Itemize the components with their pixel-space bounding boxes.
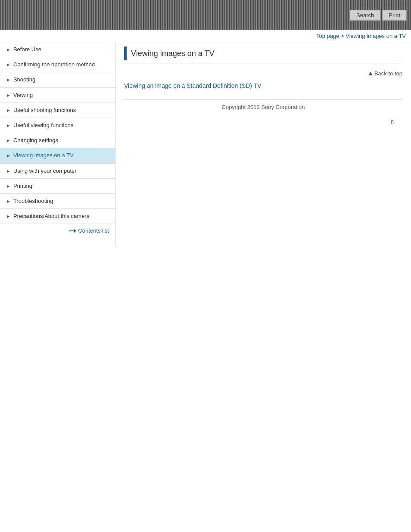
sidebar-item-troubleshooting[interactable]: ► Troubleshooting <box>0 194 115 209</box>
breadcrumb-current-link[interactable]: Viewing images on a TV <box>346 33 406 39</box>
header-buttons: Search Print <box>350 10 407 21</box>
main-layout: ► Before Use ► Confirming the operation … <box>0 42 411 246</box>
sidebar-item-label: Confirming the operation method <box>13 61 95 68</box>
search-button[interactable]: Search <box>350 10 380 21</box>
sidebar-item-confirming-operation[interactable]: ► Confirming the operation method <box>0 57 115 72</box>
sidebar: ► Before Use ► Confirming the operation … <box>0 42 115 246</box>
arrow-icon: ► <box>6 77 11 83</box>
arrow-icon: ► <box>6 168 11 174</box>
sidebar-item-precautions[interactable]: ► Precautions/About this camera <box>0 209 115 224</box>
triangle-up-icon <box>368 72 373 75</box>
sidebar-item-label: Using with your computer <box>13 167 77 175</box>
sidebar-item-viewing[interactable]: ► Viewing <box>0 88 115 103</box>
sidebar-item-using-computer[interactable]: ► Using with your computer <box>0 164 115 179</box>
sidebar-item-label: Troubleshooting <box>13 197 53 205</box>
sidebar-item-label: Viewing <box>13 91 33 99</box>
arrow-icon: ► <box>6 122 11 129</box>
back-to-top-link[interactable]: Back to top <box>368 70 402 77</box>
arrow-icon: ► <box>6 107 11 114</box>
contents-list-label: Contents list <box>78 227 109 234</box>
sidebar-item-viewing-tv[interactable]: ► Viewing images on a TV <box>0 148 115 163</box>
page-title: Viewing images on a TV <box>131 49 214 58</box>
sidebar-item-label: Useful viewing functions <box>13 121 73 129</box>
arrow-icon: ► <box>6 198 11 205</box>
arrow-icon: ► <box>6 62 11 68</box>
footer: Copyright 2012 Sony Corporation <box>124 99 402 115</box>
content-area: Viewing images on a TV Back to top Viewi… <box>115 42 411 246</box>
sidebar-item-label: Changing settings <box>13 137 58 144</box>
blue-accent-bar <box>124 47 127 60</box>
arrow-icon: ► <box>6 213 11 220</box>
arrow-icon: ► <box>6 92 11 99</box>
content-link-sd-tv[interactable]: Viewing an image on a Standard Definitio… <box>124 82 262 89</box>
sidebar-item-useful-shooting[interactable]: ► Useful shooting functions <box>0 103 115 118</box>
contents-list-link[interactable]: Contents list <box>0 224 115 237</box>
print-button[interactable]: Print <box>382 10 407 21</box>
arrow-icon: ► <box>6 152 11 159</box>
page-number: 8 <box>124 115 402 130</box>
sidebar-item-printing[interactable]: ► Printing <box>0 179 115 194</box>
page-title-bar: Viewing images on a TV <box>124 47 402 63</box>
sidebar-item-label: Precautions/About this camera <box>13 212 90 220</box>
header: Search Print <box>0 0 411 30</box>
sidebar-item-label: Useful shooting functions <box>13 106 76 114</box>
back-to-top-label: Back to top <box>374 70 402 77</box>
sidebar-item-useful-viewing[interactable]: ► Useful viewing functions <box>0 118 115 133</box>
sidebar-item-before-use[interactable]: ► Before Use <box>0 42 115 57</box>
arrow-icon: ► <box>6 137 11 144</box>
arrow-icon: ► <box>6 47 11 53</box>
arrow-right-icon <box>69 229 76 233</box>
sidebar-item-label: Shooting <box>13 76 35 84</box>
breadcrumb: Top page > Viewing images on a TV <box>0 30 411 42</box>
breadcrumb-top-link[interactable]: Top page <box>316 33 339 39</box>
copyright-text: Copyright 2012 Sony Corporation <box>222 104 305 110</box>
sidebar-item-label: Printing <box>13 182 32 190</box>
sidebar-item-label: Viewing images on a TV <box>13 152 74 159</box>
arrow-icon: ► <box>6 183 11 190</box>
breadcrumb-separator: > <box>341 33 346 39</box>
sidebar-item-changing-settings[interactable]: ► Changing settings <box>0 133 115 148</box>
sidebar-item-shooting[interactable]: ► Shooting <box>0 72 115 87</box>
back-to-top-row: Back to top <box>124 70 402 77</box>
sidebar-item-label: Before Use <box>13 46 41 53</box>
